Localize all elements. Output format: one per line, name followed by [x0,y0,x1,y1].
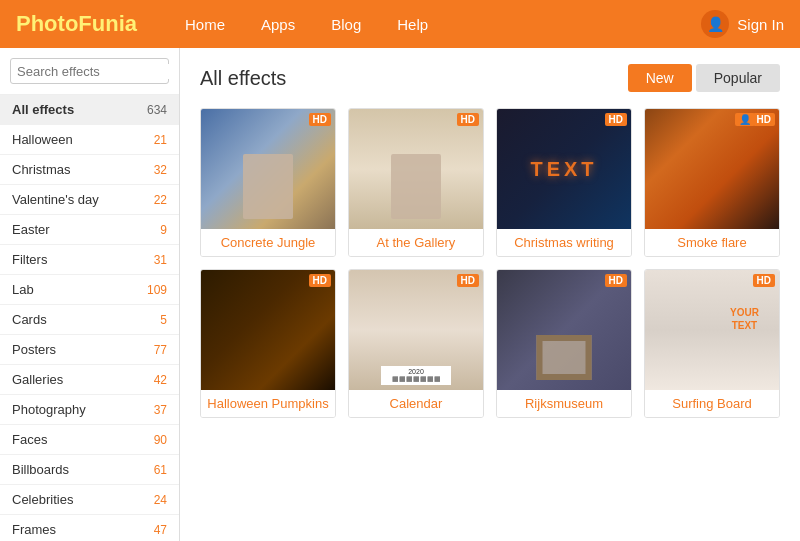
sidebar-label: Celebrities [12,492,73,507]
sidebar-count: 32 [154,163,167,177]
sort-new-button[interactable]: New [628,64,692,92]
hd-badge: HD [605,274,627,287]
user-icon: 👤 [701,10,729,38]
effect-card-concrete-jungle[interactable]: HDConcrete Jungle [200,108,336,257]
sidebar-count: 9 [160,223,167,237]
page-title: All effects [200,67,286,90]
sidebar-count: 31 [154,253,167,267]
sidebar-item-faces[interactable]: Faces90 [0,425,179,455]
search-input[interactable] [17,64,180,79]
header: PhotoFunia Home Apps Blog Help 👤 Sign In [0,0,800,48]
card-image-bg: YOURTEXT [645,270,779,390]
sidebar-item-billboards[interactable]: Billboards61 [0,455,179,485]
card-title: Halloween Pumpkins [201,390,335,417]
sidebar-count: 634 [147,103,167,117]
hd-badge: HD [457,113,479,126]
hd-badge: HD [309,274,331,287]
sidebar-label: Easter [12,222,50,237]
nav-home[interactable]: Home [167,0,243,48]
card-title: At the Gallery [349,229,483,256]
main-content: All effects New Popular HDConcrete Jungl… [180,48,800,541]
sidebar-count: 109 [147,283,167,297]
sidebar-label: Cards [12,312,47,327]
nav-help[interactable]: Help [379,0,446,48]
logo-funia: Funia [78,11,137,36]
text-overlay: TEXT [530,158,597,181]
sidebar-count: 77 [154,343,167,357]
effect-card-at-the-gallery[interactable]: HDAt the Gallery [348,108,484,257]
nav-apps[interactable]: Apps [243,0,313,48]
hd-badge: HD [605,113,627,126]
sidebar-item-christmas[interactable]: Christmas32 [0,155,179,185]
effect-card-halloween-pumpkins[interactable]: HDHalloween Pumpkins [200,269,336,418]
sidebar-item-galleries[interactable]: Galleries42 [0,365,179,395]
sidebar-item-frames[interactable]: Frames47 [0,515,179,541]
effect-card-surfboard[interactable]: YOURTEXTHDSurfing Board [644,269,780,418]
sidebar-count: 21 [154,133,167,147]
sidebar-label: Billboards [12,462,69,477]
effect-card-rijksmuseum[interactable]: HDRijksmuseum [496,269,632,418]
signin-area[interactable]: 👤 Sign In [701,10,784,38]
sidebar-item-halloween[interactable]: Halloween21 [0,125,179,155]
hd-badge: HD [753,274,775,287]
sidebar: 🔍 All effects634Halloween21Christmas32Va… [0,48,180,541]
nav: Home Apps Blog Help [167,0,701,48]
sidebar-label: Halloween [12,132,73,147]
search-box: 🔍 [0,48,179,95]
hd-badge: HD [309,113,331,126]
search-input-wrap[interactable]: 🔍 [10,58,169,84]
surfboard-overlay: YOURTEXT [730,306,759,332]
sidebar-item-easter[interactable]: Easter9 [0,215,179,245]
card-image-bg [201,270,335,390]
card-image: HD [497,270,631,390]
card-image-bg: TEXT [497,109,631,229]
sidebar-label: Frames [12,522,56,537]
sidebar-count: 61 [154,463,167,477]
portrait-overlay [391,154,441,219]
card-image-bg [201,109,335,229]
calendar-overlay: 2020▦▦▦▦▦▦▦ [381,366,451,385]
sidebar-item-photography[interactable]: Photography37 [0,395,179,425]
sidebar-count: 90 [154,433,167,447]
sidebar-items-list: All effects634Halloween21Christmas32Vale… [0,95,179,541]
sidebar-item-all-effects[interactable]: All effects634 [0,95,179,125]
sidebar-item-celebrities[interactable]: Celebrities24 [0,485,179,515]
main-header: All effects New Popular [200,64,780,92]
sidebar-item-lab[interactable]: Lab109 [0,275,179,305]
portrait-overlay [243,154,293,219]
layout: 🔍 All effects634Halloween21Christmas32Va… [0,48,800,541]
sort-buttons: New Popular [628,64,780,92]
effects-grid: HDConcrete JungleHDAt the GalleryTEXTHDC… [200,108,780,418]
logo[interactable]: PhotoFunia [16,11,137,37]
hd-badge: HD [457,274,479,287]
effect-card-smoke-flare[interactable]: HD👤Smoke flare [644,108,780,257]
sidebar-item-cards[interactable]: Cards5 [0,305,179,335]
sidebar-label: Faces [12,432,47,447]
sidebar-item-valentine's-day[interactable]: Valentine's day22 [0,185,179,215]
person-badge: 👤 [735,113,755,126]
sidebar-item-filters[interactable]: Filters31 [0,245,179,275]
sidebar-label: Christmas [12,162,71,177]
card-image: HD [201,109,335,229]
card-image: HD [201,270,335,390]
card-image: HD👤 [645,109,779,229]
card-title: Concrete Jungle [201,229,335,256]
sidebar-label: Valentine's day [12,192,99,207]
card-image-bg [497,270,631,390]
sort-popular-button[interactable]: Popular [696,64,780,92]
sidebar-item-posters[interactable]: Posters77 [0,335,179,365]
card-image: YOURTEXTHD [645,270,779,390]
sidebar-count: 24 [154,493,167,507]
sidebar-label: Posters [12,342,56,357]
frame-overlay [537,335,592,380]
card-title: Christmas writing [497,229,631,256]
card-image-bg [349,109,483,229]
effect-card-christmas-writing[interactable]: TEXTHDChristmas writing [496,108,632,257]
card-image: HD [349,109,483,229]
nav-blog[interactable]: Blog [313,0,379,48]
hd-badge: HD [753,113,775,126]
card-image-bg: 2020▦▦▦▦▦▦▦ [349,270,483,390]
effect-card-calendar[interactable]: 2020▦▦▦▦▦▦▦HDCalendar [348,269,484,418]
card-image: 2020▦▦▦▦▦▦▦HD [349,270,483,390]
sidebar-label: Filters [12,252,47,267]
